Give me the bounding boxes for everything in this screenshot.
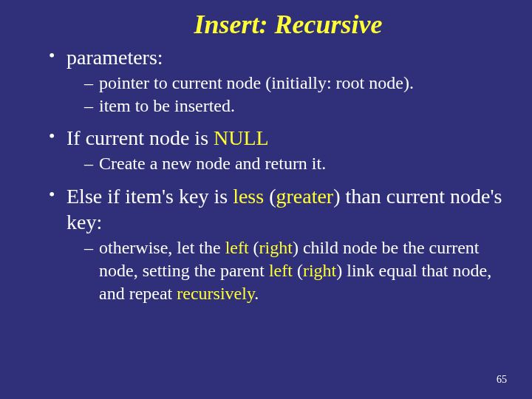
bullet-text: parameters: (66, 46, 163, 69)
bullet-text: ( (264, 185, 276, 208)
highlight-right: right (303, 261, 336, 280)
sub-text: otherwise, let the (99, 238, 225, 257)
sub-text: . (254, 284, 259, 303)
highlight-null: NULL (214, 126, 269, 149)
sub-list: Create a new node and return it. (66, 152, 510, 175)
highlight-greater: greater (276, 185, 333, 208)
bullet-if-null: If current node is NULL Create a new nod… (49, 125, 510, 175)
page-number: 65 (497, 374, 507, 386)
bullet-else-if: Else if item's key is less (greater) tha… (49, 183, 510, 306)
sub-item: otherwise, let the left (right) child no… (84, 236, 510, 306)
bullet-text: Else if item's key is (66, 185, 233, 208)
sub-item: item to be inserted. (84, 95, 510, 117)
bullet-parameters: parameters: pointer to current node (ini… (49, 44, 510, 117)
sub-item: pointer to current node (initially: root… (84, 72, 510, 95)
sub-text: ( (249, 238, 259, 257)
highlight-recursively: recursively (177, 284, 254, 303)
highlight-right: right (259, 238, 293, 257)
highlight-left: left (269, 261, 293, 280)
sub-text: ( (293, 261, 303, 280)
sub-list: pointer to current node (initially: root… (66, 72, 510, 117)
slide-title: Insert: Recursive (66, 9, 510, 40)
highlight-left: left (225, 238, 249, 257)
highlight-less: less (233, 185, 264, 208)
bullet-text: If current node is (66, 126, 214, 149)
sub-list: otherwise, let the left (right) child no… (66, 236, 510, 306)
bullet-list: parameters: pointer to current node (ini… (22, 44, 510, 305)
sub-item: Create a new node and return it. (84, 152, 510, 175)
slide: Insert: Recursive parameters: pointer to… (0, 0, 532, 305)
